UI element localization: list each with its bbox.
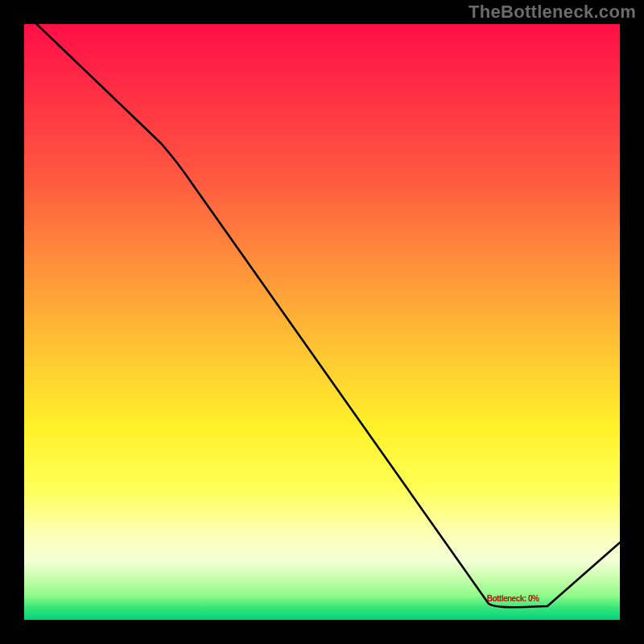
plot-area: Bottleneck: 0%	[24, 24, 620, 620]
bottleneck-curve	[24, 24, 620, 607]
curve-layer	[24, 24, 620, 620]
optimal-point-label: Bottleneck: 0%	[487, 594, 539, 603]
watermark-text: TheBottleneck.com	[469, 2, 636, 23]
chart-frame: TheBottleneck.com Bottleneck: 0%	[0, 0, 644, 644]
